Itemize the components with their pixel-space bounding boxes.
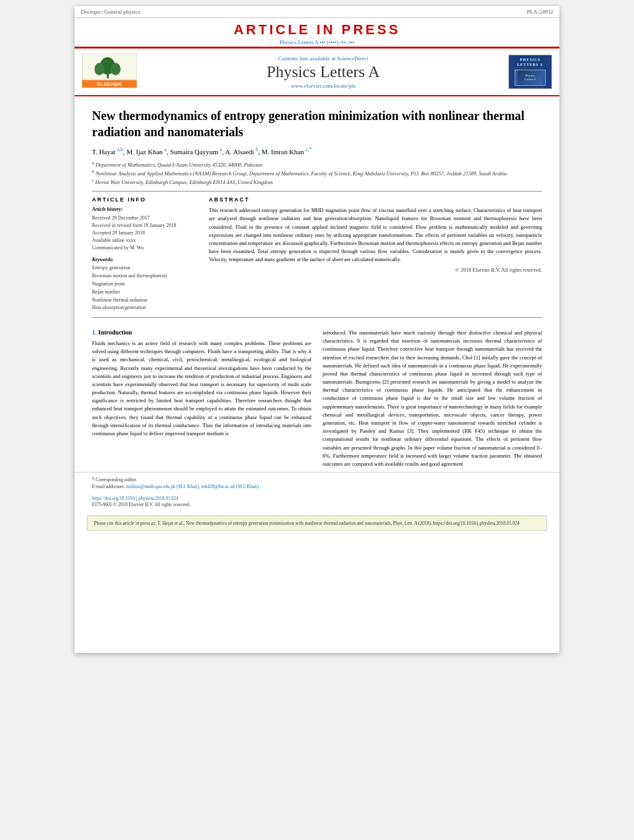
aff-sup-b: b xyxy=(92,169,94,174)
doi-section: https://doi.org/10.1016/j.physleta.2018.… xyxy=(75,493,559,510)
doctopic-label: Doctopic: General physics xyxy=(81,9,140,15)
sup-a: a,b xyxy=(117,147,123,152)
sup-a2: a xyxy=(165,147,167,152)
body-right-column: introduced. The nanomaterials have much … xyxy=(323,329,542,472)
communicated-by: Communicated by M. Wu xyxy=(92,244,198,252)
article-info-column: ARTICLE INFO Article history: Received 2… xyxy=(92,196,198,312)
journal-url[interactable]: www.elsevier.com/locate/pla xyxy=(138,83,508,89)
keyword-2: Brownian motion and thermophoresis xyxy=(92,272,198,280)
aff-sup-a: a xyxy=(92,160,94,165)
citation-text: Please cite this article in press as: T.… xyxy=(94,520,520,526)
journal-header-line: Physics Letters A ••• (••••) •••–••• xyxy=(75,39,559,45)
copyright: © 2018 Elsevier B.V. All rights reserved… xyxy=(209,267,542,273)
article-in-press-title: ARTICLE IN PRESS xyxy=(75,22,559,38)
body-left-column: 1. Introduction Fluids mechanics is an a… xyxy=(92,329,311,472)
section-title: Introduction xyxy=(98,329,132,336)
article-in-press-bar: ARTICLE IN PRESS Physics Letters A ••• (… xyxy=(75,18,559,48)
svg-text:ELSEVIER: ELSEVIER xyxy=(97,81,122,87)
keyword-1: Entropy generation xyxy=(92,264,198,272)
science-direct-text: Contents lists available at ScienceDirec… xyxy=(138,55,508,62)
citation-bar: Please cite this article in press as: T.… xyxy=(87,515,547,531)
svg-point-3 xyxy=(94,63,104,75)
section-number: 1. xyxy=(92,329,97,336)
corresponding-author-note: * Corresponding author. xyxy=(92,476,542,483)
svg-point-4 xyxy=(111,63,121,75)
affiliations: a Department of Mathematics, Quaid-I-Aza… xyxy=(92,160,542,186)
available-online: Available online xxxx xyxy=(92,237,198,244)
journal-logo-text: PHYSICS LETTERS A xyxy=(512,58,549,68)
keyword-6: Heat absorption/generation xyxy=(92,304,198,312)
main-content: New thermodynamics of entropy generation… xyxy=(75,96,559,329)
journal-logo-right: PHYSICS LETTERS A PhysicsLetters A xyxy=(508,55,552,89)
abstract-label: ABSTRACT xyxy=(209,196,542,203)
elsevier-logo: ELSEVIER xyxy=(82,53,138,90)
journal-header: ELSEVIER Contents lists available at Sci… xyxy=(75,48,559,96)
intro-para-left: Fluids mechanics is an active field of r… xyxy=(92,339,311,438)
email-label: E-mail addresses: xyxy=(92,484,125,489)
article-id: PLA-24932 xyxy=(527,9,554,15)
abstract-text: This research addressed entropy generati… xyxy=(209,206,542,264)
body-content: 1. Introduction Fluids mechanics is an a… xyxy=(75,329,559,472)
journal-title: Physics Letters A xyxy=(138,63,508,81)
email-addresses[interactable]: mikhan@math.qau.edu.pk (M.I. Khan), mk42… xyxy=(126,484,260,489)
footnote-section: * Corresponding author. E-mail addresses… xyxy=(75,472,559,493)
sup-c: c,* xyxy=(306,147,312,152)
keywords-section: Keywords: Entropy generation Brownian mo… xyxy=(92,257,198,312)
sup-b: b xyxy=(255,147,258,152)
sup-a3: a xyxy=(220,147,223,152)
divider-2 xyxy=(92,317,542,318)
keyword-3: Stagnation point xyxy=(92,280,198,288)
article-info-abstract-section: ARTICLE INFO Article history: Received 2… xyxy=(92,196,542,312)
authors-line: T. Hayat a,b, M. Ijaz Khan a, Sumaira Qa… xyxy=(92,146,542,157)
doi-link[interactable]: https://doi.org/10.1016/j.physleta.2018.… xyxy=(92,496,542,501)
issn-text: 0375-9601/© 2018 Elsevier B.V. All right… xyxy=(92,501,542,508)
science-direct-link[interactable]: ScienceDirect xyxy=(337,55,368,62)
journal-center: Contents lists available at ScienceDirec… xyxy=(138,55,508,89)
aff-sup-c: c xyxy=(92,178,94,183)
divider-1 xyxy=(92,191,542,192)
paper-title: New thermodynamics of entropy generation… xyxy=(92,108,542,140)
page: Doctopic: General physics PLA-24932 ARTI… xyxy=(75,6,559,653)
top-banner: Doctopic: General physics PLA-24932 xyxy=(75,6,559,18)
introduction-heading: 1. Introduction xyxy=(92,329,311,336)
keyword-5: Nonlinear thermal radiation xyxy=(92,297,198,305)
keyword-4: Bejan number xyxy=(92,288,198,297)
received-revised: Received in revised form 18 January 2018 xyxy=(92,222,198,229)
received-date: Received 29 December 2017 xyxy=(92,215,198,222)
abstract-column: ABSTRACT This research addressed entropy… xyxy=(209,196,542,312)
keywords-label: Keywords: xyxy=(92,257,198,262)
elsevier-logo-svg: ELSEVIER xyxy=(82,53,137,88)
intro-para-right: introduced. The nanomaterials have much … xyxy=(323,329,542,468)
history-label: Article history: xyxy=(92,206,198,212)
article-info-label: ARTICLE INFO xyxy=(92,196,198,203)
email-line: E-mail addresses: mikhan@math.qau.edu.pk… xyxy=(92,483,542,490)
accepted-date: Accepted 20 January 2018 xyxy=(92,229,198,237)
